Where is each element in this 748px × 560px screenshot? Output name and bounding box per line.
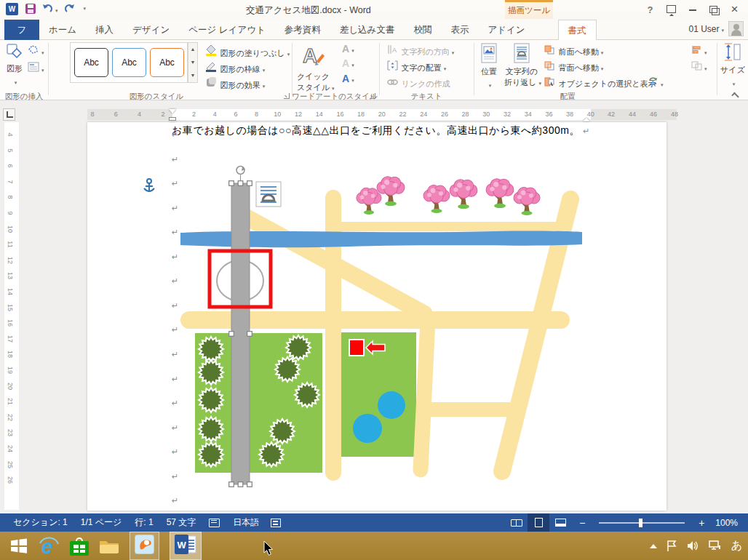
shape-fill-button[interactable]: 図形の塗りつぶし <box>205 44 290 59</box>
bring-forward-button[interactable]: 前面へ移動 <box>544 44 603 57</box>
ruler-number: 44 <box>629 111 636 118</box>
status-language[interactable]: 日本語 <box>233 516 259 529</box>
action-center-flag-icon[interactable] <box>667 540 677 552</box>
send-backward-button[interactable]: 背面へ移動 <box>544 60 603 73</box>
status-section[interactable]: セクション: 1 <box>13 516 68 529</box>
paint-app-button[interactable] <box>130 532 159 560</box>
edit-shape-button[interactable] <box>28 44 44 57</box>
h-ruler-numbers: 8642 24681012141618202224262830323436384… <box>0 109 748 120</box>
align-text-button[interactable]: 文字の配置 <box>387 60 446 73</box>
position-icon <box>481 43 497 63</box>
user-account[interactable]: 01 User <box>688 21 744 36</box>
shape-styles-dialog-launcher[interactable] <box>284 93 290 99</box>
text-box-button[interactable] <box>28 62 44 75</box>
shape-style-1[interactable]: Abc <box>74 48 108 77</box>
ruler-number: 2 <box>192 111 196 118</box>
gallery-scroll[interactable]: ▲▼▼ <box>188 42 198 83</box>
restore-button[interactable] <box>703 4 724 15</box>
word-app-icon: W <box>175 535 196 554</box>
close-button[interactable] <box>724 2 745 17</box>
v-ruler-numbers: 4567891011121314151617181920212223242526 <box>0 0 20 560</box>
wordart-dialog-launcher[interactable] <box>370 93 375 99</box>
shape-style-3[interactable]: Abc <box>150 48 184 77</box>
ruler-number: 16 <box>7 318 14 328</box>
file-explorer-button[interactable] <box>99 538 119 554</box>
zoom-slider[interactable] <box>599 522 685 524</box>
layout-options-button[interactable] <box>256 182 281 207</box>
tab-design[interactable]: デザイン <box>123 20 179 40</box>
ribbon-display-options-button[interactable] <box>661 4 682 15</box>
shape-style-2[interactable]: Abc <box>112 48 146 77</box>
object-anchor-icon <box>144 179 154 192</box>
ruler-number: 18 <box>357 111 365 118</box>
align-objects-button[interactable] <box>691 44 707 57</box>
ruler-number: 9 <box>7 208 14 218</box>
tab-home[interactable]: ホーム <box>39 20 86 40</box>
collapse-ribbon-button[interactable] <box>731 92 739 100</box>
undo-dropdown-icon[interactable] <box>53 2 58 15</box>
document-page[interactable]: お車でお越しの場合は○○高速△△出口をご利用ください。高速出口から東へ約300m… <box>87 122 667 511</box>
tab-view[interactable]: 表示 <box>441 20 478 40</box>
ruler-number: 7 <box>7 177 14 187</box>
ruler-number: 28 <box>462 111 469 118</box>
help-button[interactable] <box>640 4 661 15</box>
word-taskbar-button[interactable]: W <box>170 532 202 560</box>
ime-status-icon[interactable] <box>271 519 281 527</box>
zoom-in-button[interactable] <box>691 513 712 532</box>
status-page[interactable]: 1/1 ページ <box>81 516 122 529</box>
zoom-level[interactable]: 100% <box>715 518 738 528</box>
tab-page-layout[interactable]: ページ レイアウト <box>179 20 275 40</box>
network-icon[interactable] <box>709 540 722 551</box>
windows-store-button[interactable] <box>70 536 89 556</box>
ruler-number: 38 <box>566 111 573 118</box>
selection-pane-button[interactable]: オブジェクトの選択と表示 <box>544 76 656 89</box>
rotate-objects-button[interactable] <box>648 76 664 89</box>
show-hidden-icons-button[interactable] <box>650 540 657 548</box>
left-indent-marker[interactable] <box>170 118 175 120</box>
undo-button[interactable] <box>41 2 58 15</box>
tab-mailings[interactable]: 差し込み文書 <box>330 20 405 40</box>
save-button[interactable] <box>25 4 36 14</box>
proofing-icon[interactable] <box>209 519 220 527</box>
tab-review[interactable]: 校閲 <box>404 20 441 40</box>
ruler-number: 19 <box>7 365 14 375</box>
status-line[interactable]: 行: 1 <box>135 516 153 529</box>
bush-row-left[interactable] <box>199 337 223 467</box>
ime-language-indicator[interactable]: あ <box>731 539 742 553</box>
ruler-number: 20 <box>7 381 14 391</box>
group-objects-icon <box>691 61 702 71</box>
zoom-out-button[interactable] <box>571 513 593 532</box>
zoom-slider-thumb[interactable] <box>639 519 642 527</box>
customize-qat-button[interactable] <box>81 6 87 12</box>
ruler-number: 23 <box>7 428 14 438</box>
shape-outline-button[interactable]: 図形の枠線 <box>205 60 265 75</box>
tab-format-active[interactable]: 書式 <box>558 20 597 40</box>
internet-explorer-button[interactable]: e <box>38 535 60 557</box>
wrap-text-button[interactable]: 文字列の 折り返し <box>504 43 539 88</box>
text-effects-button[interactable]: A <box>342 73 354 84</box>
start-button[interactable] <box>10 538 28 553</box>
web-layout-button[interactable] <box>549 513 571 532</box>
tab-insert[interactable]: 挿入 <box>86 20 123 40</box>
group-label-shape-styles: 図形のスタイル <box>130 92 184 102</box>
ruler-number: 10 <box>274 111 281 118</box>
ruler-number: 8 <box>90 111 94 118</box>
tab-references[interactable]: 参考資料 <box>275 20 330 40</box>
right-indent-marker[interactable] <box>583 114 590 121</box>
print-layout-button[interactable] <box>528 513 549 532</box>
ruler-number: 20 <box>378 111 386 118</box>
tab-addins[interactable]: アドイン <box>478 20 534 40</box>
shape-effects-button[interactable]: 図形の効果 <box>205 76 265 91</box>
destination-marker[interactable] <box>349 340 364 356</box>
quick-styles-button[interactable]: A クイック スタイル <box>297 42 329 93</box>
status-char-count[interactable]: 57 文字 <box>167 516 196 529</box>
ruler-number: 4 <box>7 129 14 140</box>
volume-icon[interactable] <box>687 540 699 551</box>
minimize-button[interactable] <box>682 4 703 15</box>
redo-button[interactable] <box>64 3 76 15</box>
ruler-number: 8 <box>7 192 14 202</box>
position-button[interactable]: 位置 <box>478 43 500 90</box>
size-button[interactable]: サイズ <box>720 43 745 89</box>
read-mode-button[interactable] <box>506 513 528 532</box>
sakura-trees[interactable] <box>357 177 540 215</box>
